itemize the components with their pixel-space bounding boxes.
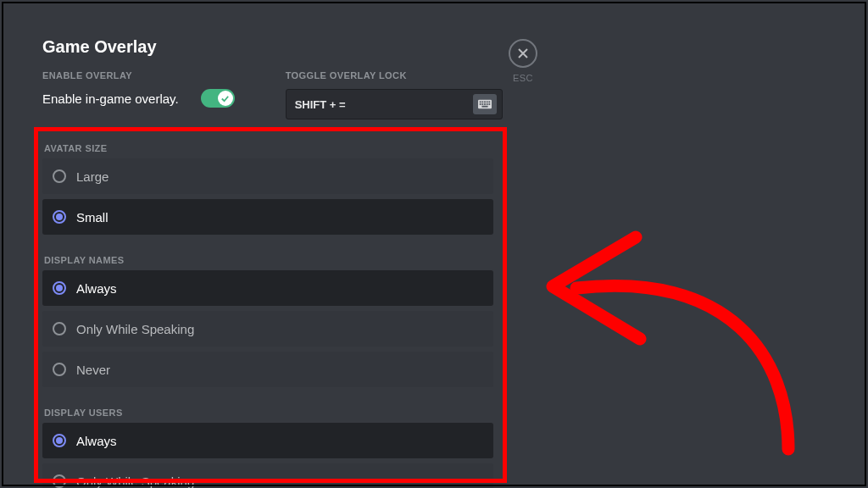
keybind-input[interactable]: SHIFT + = <box>286 89 503 119</box>
radio-option-label: Only While Speaking <box>76 474 194 489</box>
radio-option[interactable]: Large <box>42 158 493 194</box>
svg-rect-4 <box>486 101 487 103</box>
radio-option[interactable]: Only While Speaking <box>42 463 493 488</box>
radio-icon <box>53 474 66 488</box>
enable-overlay-label: ENABLE OVERLAY <box>42 70 235 80</box>
radio-option[interactable]: Never <box>42 352 493 387</box>
radio-icon <box>53 434 66 447</box>
radio-option-label: Only While Speaking <box>76 322 194 336</box>
radio-option[interactable]: Small <box>42 199 493 235</box>
svg-rect-10 <box>488 103 490 105</box>
enable-overlay-section: ENABLE OVERLAY Enable in-game overlay. <box>42 70 235 119</box>
radio-icon <box>53 363 66 376</box>
annotation-arrow <box>526 203 814 466</box>
close-icon <box>517 47 529 59</box>
svg-rect-1 <box>479 101 481 103</box>
toggle-overlay-lock-section: TOGGLE OVERLAY LOCK SHIFT + = <box>286 70 503 119</box>
svg-rect-2 <box>481 101 483 103</box>
group-label: DISPLAY USERS <box>44 408 493 418</box>
radio-icon <box>53 322 66 336</box>
svg-rect-3 <box>484 101 486 103</box>
page-title: Game Overlay <box>42 37 542 57</box>
keybind-value: SHIFT + = <box>295 98 473 111</box>
svg-rect-7 <box>481 103 483 105</box>
svg-rect-6 <box>479 103 481 105</box>
radio-icon <box>53 169 66 183</box>
group-label: DISPLAY NAMES <box>44 255 493 265</box>
svg-rect-9 <box>486 103 487 105</box>
close-button[interactable] <box>509 39 537 68</box>
radio-option-label: Never <box>76 363 110 377</box>
esc-label: ESC <box>513 73 533 83</box>
radio-option[interactable]: Only While Speaking <box>42 311 493 347</box>
enable-overlay-toggle[interactable] <box>201 89 235 108</box>
radio-icon <box>53 210 66 224</box>
check-icon <box>220 94 230 103</box>
radio-option[interactable]: Always <box>42 423 493 458</box>
keyboard-icon <box>473 94 497 114</box>
toggle-overlay-lock-label: TOGGLE OVERLAY LOCK <box>286 70 503 80</box>
radio-option-label: Always <box>76 281 117 296</box>
enable-overlay-text: Enable in-game overlay. <box>42 92 179 106</box>
radio-option[interactable]: Always <box>42 270 493 306</box>
radio-icon <box>53 281 66 295</box>
group-label: AVATAR SIZE <box>44 143 493 153</box>
svg-rect-8 <box>484 103 486 105</box>
radio-option-label: Small <box>76 210 108 225</box>
radio-option-label: Large <box>76 169 108 184</box>
svg-rect-5 <box>488 101 490 103</box>
svg-rect-11 <box>481 106 487 108</box>
radio-option-label: Always <box>76 434 117 448</box>
